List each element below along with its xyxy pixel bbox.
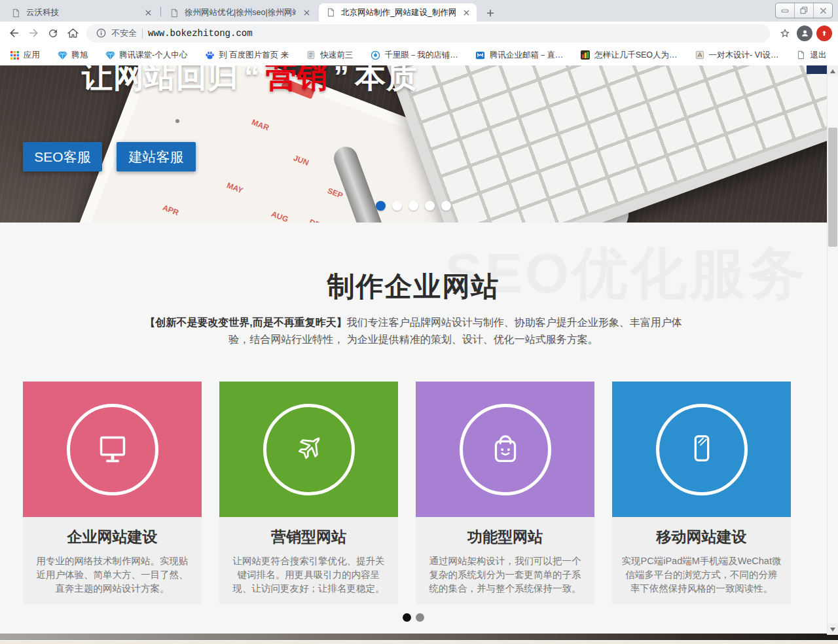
plane-icon [289,428,329,471]
bottom-strip [0,640,838,644]
info-icon[interactable] [96,28,106,39]
carousel-dot[interactable] [441,201,451,211]
gem-icon [57,50,67,60]
scrollbar-thumb[interactable] [828,128,837,247]
update-browser-icon[interactable] [814,24,834,43]
page-icon [169,8,179,18]
bookmark-label: 到 百度图片首页 来 [219,50,289,61]
gem-icon [105,50,115,60]
vertical-scrollbar[interactable] [827,65,838,635]
close-tab-icon[interactable] [461,7,471,18]
new-tab-button[interactable] [483,5,498,21]
bookmark-label: 一对木设计- VI设… [709,50,779,61]
card-marketing-website[interactable]: 营销型网站 让网站更符合搜索引擎优化、提升关键词排名。用更具吸引力的内容呈现、让… [219,382,398,604]
card-functional-website[interactable]: 功能型网站 通过网站架构设计，我们可以把一个复杂的系统划分为一套更简单的子系统的… [416,382,594,604]
card-media [416,382,594,517]
bookmark-tencent-exmail[interactable]: 腾讯企业邮箱－直… [475,50,564,61]
carousel-dot[interactable] [409,201,418,211]
tab-divider [160,7,161,16]
seo-colors-icon [580,50,591,60]
site-service-button[interactable]: 建站客服 [117,142,196,171]
card-title: 营销型网站 [228,527,389,547]
bookmark-seo-article[interactable]: 怎样让几千SEO人为… [580,50,677,61]
bookmark-kuaisu[interactable]: 快速前三 [306,50,353,61]
security-label: 不安全 [111,27,137,39]
back-icon[interactable] [4,24,24,43]
carousel-dot-active[interactable] [376,201,386,211]
carousel-dot[interactable] [425,201,435,211]
pager-dot[interactable] [416,613,424,622]
bookmark-design[interactable]: 一对木设计- VI设… [695,50,779,61]
tab-yunwo[interactable]: 云沃科技 [4,4,158,22]
bookmark-tengxu[interactable]: 腾旭 [57,50,88,61]
bookmark-baidu-images[interactable]: 到 百度图片首页 来 [204,50,289,61]
tab-title: 徐州网站优化|徐州seo|徐州网站 [185,7,296,18]
card-text: 实现PC端iPad端M手机端及WeChat微信端多平台的浏览方式，不同的分辨率下… [621,554,782,596]
reload-icon[interactable] [43,24,63,43]
url-separator [142,28,143,39]
bookmark-label: 千里眼－我的店铺… [384,50,458,61]
restore-button[interactable] [794,3,813,18]
close-tab-icon[interactable] [301,8,312,18]
bookmark-tencent-class[interactable]: 腾讯课堂-个人中心 [105,50,187,61]
hero-headline-highlight: 营销 [266,65,329,94]
browser-window: 云沃科技 徐州网站优化|徐州seo|徐州网站 北京网站制作_网站建设_制作网 [0,0,838,644]
page-icon [325,7,336,18]
tab-xuzhou-seo[interactable]: 徐州网站优化|徐州seo|徐州网站 [162,4,317,22]
pager-dot-active[interactable] [403,613,411,622]
shopping-bag-icon [485,428,526,471]
next-section-edge [0,634,838,640]
tablet-camera-dot [175,119,179,123]
tab-beijing-active[interactable]: 北京网站制作_网站建设_制作网 [319,3,477,22]
monitor-icon [92,428,133,471]
bookmark-exit[interactable]: 退出 [795,50,826,61]
bookmark-label: 快速前三 [320,50,353,61]
scroll-up-icon[interactable] [828,65,838,77]
card-title: 企业网站建设 [32,527,192,547]
carousel-dots [376,201,451,211]
bookmark-label: 应用 [24,50,40,61]
page-viewport: MAR JUN MAY SEP APR AUG DEC 让网站回归“营销”本质 … [0,65,827,634]
card-media [612,382,791,517]
window-controls [775,3,833,18]
page-icon [10,8,21,18]
hero-buttons: SEO客服 建站客服 [23,142,196,171]
bookmark-label: 怎样让几千SEO人为… [594,50,677,61]
close-button[interactable] [813,3,832,18]
keyboard-photo [380,65,827,223]
hero-headline: 让网站回归“营销”本质 [82,65,418,98]
home-icon[interactable] [63,24,82,43]
card-text: 用专业的网络技术制作网站。实现贴近用户体验、简单大方、一目了然、直奔主题的网站设… [32,554,192,596]
bookmark-qianliyan[interactable]: 千里眼－我的店铺… [370,50,458,61]
hero-banner: MAR JUN MAY SEP APR AUG DEC 让网站回归“营销”本质 … [0,65,827,223]
close-tab-icon[interactable] [143,8,153,18]
tab-title: 北京网站制作_网站建设_制作网 [341,7,456,18]
notes-icon [306,50,316,60]
profile-avatar[interactable] [795,24,814,43]
eye-icon [370,50,380,60]
seo-service-button[interactable]: SEO客服 [23,142,102,171]
bookmark-label: 腾讯课堂-个人中心 [119,50,187,61]
url-bar[interactable]: 不安全 www.bokezhitong.com [86,24,770,43]
card-text: 通过网站架构设计，我们可以把一个复杂的系统划分为一套更简单的子系统的集合，并与整… [425,554,585,596]
forward-icon[interactable] [24,24,43,43]
design-icon [695,50,705,60]
card-mobile-website[interactable]: 移动网站建设 实现PC端iPad端M手机端及WeChat微信端多平台的浏览方式，… [612,382,791,604]
page-nav-edge [807,65,827,74]
bookmark-apps[interactable]: 应用 [9,50,40,61]
url-text: www.bokezhitong.com [148,28,253,39]
card-media [219,382,398,517]
section-intro: 【创新不是要改变世界,而是不再重复昨天】我们专注客户品牌网站设计与制作、协助客户… [142,314,685,348]
card-title: 功能型网站 [425,527,585,547]
cards-pager-dots [0,613,827,622]
bookmarks-bar: 应用 腾旭 腾讯课堂-个人中心 到 百度图片首页 来 快速前三 [0,45,838,65]
scroll-down-icon[interactable] [828,624,838,635]
card-text: 让网站更符合搜索引擎优化、提升关键词排名。用更具吸引力的内容呈现、让访问更友好；… [228,554,389,596]
bookmark-label: 退出 [810,50,826,61]
address-toolbar: 不安全 www.bokezhitong.com [0,22,838,45]
phone-icon [682,428,722,471]
carousel-dot[interactable] [392,201,402,211]
minimize-button[interactable] [776,3,794,18]
card-corporate-website[interactable]: 企业网站建设 用专业的网络技术制作网站。实现贴近用户体验、简单大方、一目了然、直… [23,382,202,604]
bookmark-star-icon[interactable] [775,24,795,43]
